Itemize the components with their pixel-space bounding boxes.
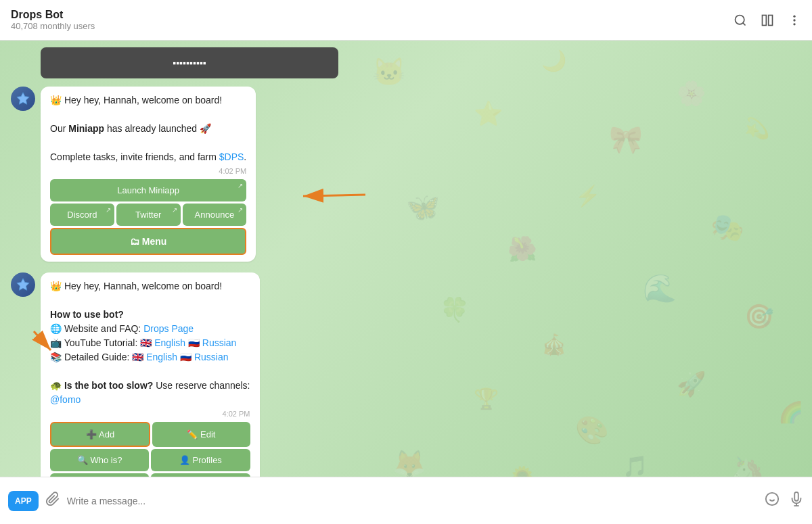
- message-input[interactable]: [67, 496, 758, 506]
- voice-icon[interactable]: [789, 492, 804, 510]
- message-row-1: 👑 Hey hey, Hannah, welcome on board! Our…: [0, 84, 812, 264]
- header: Drops Bot 40,708 monthly users: [0, 0, 812, 41]
- msg1-miniapp: Miniapp: [68, 123, 104, 134]
- msg1-btn-row-3: 🗂 Menu: [50, 228, 246, 255]
- attach-icon[interactable]: [45, 492, 60, 510]
- msg2-btn-row-1: ➕ Add ✏️ Edit: [50, 422, 250, 447]
- input-area: APP: [0, 477, 812, 524]
- bot-name: Drops Bot: [11, 9, 734, 21]
- message-text-1: 👑 Hey hey, Hannah, welcome on board! Our…: [50, 93, 246, 164]
- discord-button[interactable]: Discord ↗: [50, 204, 114, 226]
- twitter-external-icon: ↗: [172, 206, 177, 214]
- fomo-link[interactable]: @fomo: [50, 394, 81, 405]
- message-text-2: 👑 Hey hey, Hannah, welcome on board! How…: [50, 279, 250, 407]
- header-title-section: Drops Bot 40,708 monthly users: [11, 9, 734, 31]
- msg1-icon: 👑: [50, 95, 62, 105]
- who-is-button[interactable]: 🔍 Who is?: [50, 449, 149, 471]
- svg-point-31: [766, 492, 778, 504]
- msg1-time: 4:02 PM: [50, 167, 246, 175]
- svg-point-25: [793, 15, 795, 17]
- svg-rect-23: [763, 15, 767, 25]
- msg1-btn-row-2: Discord ↗ Twitter ↗ Announce ↗: [50, 204, 246, 226]
- message-bubble-1: 👑 Hey hey, Hannah, welcome on board! Our…: [41, 87, 256, 262]
- menu-button[interactable]: 🗂 Menu: [50, 228, 246, 255]
- search-icon[interactable]: [734, 14, 747, 27]
- msg1-dps-link[interactable]: $DPS: [219, 151, 244, 162]
- msg2-buttons: ➕ Add ✏️ Edit 🔍 Who is? 👤 Profiles: [50, 422, 250, 477]
- header-icons: [734, 14, 801, 27]
- avatar-1: [11, 87, 35, 111]
- youtube-english-link[interactable]: English: [154, 337, 185, 348]
- announce-button[interactable]: Announce ↗: [183, 204, 247, 226]
- youtube-russian-link[interactable]: Russian: [202, 337, 237, 348]
- more-menu-icon[interactable]: [788, 14, 801, 27]
- msg2-time: 4:02 PM: [50, 410, 250, 418]
- svg-point-27: [793, 23, 795, 25]
- msg2-btn-row-2: 🔍 Who is? 👤 Profiles: [50, 449, 250, 471]
- svg-point-26: [793, 19, 795, 21]
- add-button[interactable]: ➕ Add: [50, 422, 150, 447]
- announce-external-icon: ↗: [238, 206, 243, 214]
- external-link-icon: ↗: [238, 182, 243, 189]
- drops-page-link[interactable]: Drops Page: [143, 323, 194, 334]
- message-bubble-2: 👑 Hey hey, Hannah, welcome on board! How…: [41, 272, 260, 477]
- message-row-2: 👑 Hey hey, Hannah, welcome on board! How…: [0, 270, 812, 477]
- msg2-icon: 👑: [50, 281, 62, 291]
- twitter-button[interactable]: Twitter ↗: [116, 204, 181, 226]
- input-icons: [765, 492, 804, 510]
- msg1-btn-row-1: Launch Miniapp ↗: [50, 179, 246, 201]
- columns-icon[interactable]: [761, 14, 774, 27]
- svg-point-22: [736, 15, 744, 24]
- msg2-slow: Is the bot too slow?: [64, 380, 153, 391]
- app-button[interactable]: APP: [8, 491, 39, 511]
- launch-miniapp-button[interactable]: Launch Miniapp ↗: [50, 179, 246, 201]
- guide-russian-link[interactable]: Russian: [194, 352, 229, 362]
- profiles-button[interactable]: 👤 Profiles: [151, 449, 250, 471]
- svg-marker-28: [17, 93, 29, 104]
- svg-rect-24: [769, 15, 773, 25]
- svg-marker-29: [17, 279, 29, 290]
- msg2-how-to: How to use bot?: [50, 309, 124, 320]
- chat-area: ▪▪▪▪▪▪▪▪▪▪ 👑 Hey hey, Hannah, welcome on…: [0, 41, 812, 477]
- msg1-buttons: Launch Miniapp ↗ Discord ↗ Twitter ↗: [50, 179, 246, 255]
- top-partial-button[interactable]: ▪▪▪▪▪▪▪▪▪▪: [173, 57, 206, 68]
- guide-english-link[interactable]: English: [146, 352, 177, 362]
- emoji-icon[interactable]: [765, 492, 780, 510]
- discord-external-icon: ↗: [106, 206, 111, 214]
- avatar-2: [11, 272, 35, 297]
- bot-subtitle: 40,708 monthly users: [11, 21, 734, 31]
- edit-button[interactable]: ✏️ Edit: [152, 422, 250, 447]
